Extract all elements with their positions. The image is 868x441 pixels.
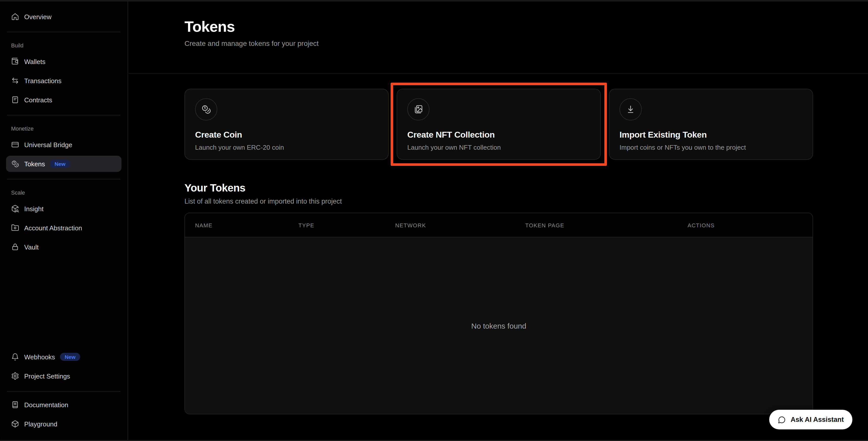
sidebar-item-vault[interactable]: Vault: [6, 239, 122, 255]
page-title: Tokens: [185, 18, 813, 35]
download-icon: [620, 98, 642, 121]
sidebar-item-insight[interactable]: Insight: [6, 200, 122, 217]
sidebar-item-label: Transactions: [24, 77, 62, 85]
coins-icon: [11, 160, 19, 168]
home-icon: [11, 12, 19, 21]
arrows-left-right-icon: [11, 76, 19, 85]
create-nft-card-wrap: Create NFT Collection Launch your own NF…: [397, 89, 601, 160]
sidebar-item-project-settings[interactable]: Project Settings: [6, 368, 122, 384]
card-description: Import coins or NFTs you own to the proj…: [620, 144, 746, 151]
sidebar-item-label: Overview: [24, 13, 52, 21]
token-action-cards: Create Coin Launch your own ERC-20 coin …: [185, 89, 813, 160]
lock-icon: [11, 243, 19, 251]
cube-icon: [11, 420, 19, 428]
wallet-icon: [11, 58, 19, 65]
column-header-token-page: TOKEN PAGE: [525, 222, 687, 228]
sidebar-divider: [7, 179, 121, 180]
main-content: Tokens Create and manage tokens for your…: [128, 1, 868, 440]
sidebar-section-build: Build: [11, 42, 117, 49]
package-search-icon: [11, 204, 19, 213]
column-header-network: NETWORK: [395, 222, 525, 228]
nft-image-icon: [407, 98, 430, 121]
document-icon: [11, 96, 19, 104]
ask-ai-assistant-label: Ask AI Assistant: [790, 416, 844, 423]
sidebar-item-label: Wallets: [24, 58, 45, 65]
sidebar-divider: [7, 32, 121, 32]
import-token-card-wrap: Import Existing Token Import coins or NF…: [609, 89, 813, 160]
card-title: Import Existing Token: [620, 130, 707, 140]
create-coin-card[interactable]: Create Coin Launch your own ERC-20 coin: [185, 89, 389, 160]
sidebar-item-label: Tokens: [24, 160, 45, 167]
sidebar-item-tokens[interactable]: Tokens New: [6, 156, 122, 172]
bell-icon: [11, 353, 19, 361]
ask-ai-assistant-button[interactable]: Ask AI Assistant: [770, 410, 852, 430]
sidebar-item-label: Webhooks: [24, 353, 55, 360]
page-content: Create Coin Launch your own ERC-20 coin …: [128, 73, 868, 414]
column-header-actions: ACTIONS: [687, 222, 812, 228]
sidebar-item-label: Documentation: [24, 401, 68, 409]
sidebar-item-overview[interactable]: Overview: [6, 8, 122, 25]
sidebar-item-wallets[interactable]: Wallets: [6, 54, 122, 69]
sidebar-item-webhooks[interactable]: Webhooks New: [6, 349, 122, 365]
sidebar-item-label: Insight: [24, 205, 43, 213]
new-badge: New: [60, 353, 80, 361]
tokens-table-body: No tokens found: [185, 238, 812, 414]
app-window: Overview Build Wallets Transactions Cont…: [0, 0, 868, 441]
credit-card-icon: [11, 140, 19, 149]
create-nft-collection-card[interactable]: Create NFT Collection Launch your own NF…: [397, 89, 601, 160]
sidebar-divider: [7, 391, 121, 391]
page-header: Tokens Create and manage tokens for your…: [128, 1, 868, 73]
folder-icon: [11, 224, 19, 232]
sidebar-item-label: Universal Bridge: [24, 141, 72, 149]
new-badge: New: [50, 160, 70, 168]
sidebar-item-contracts[interactable]: Contracts: [6, 92, 122, 108]
sidebar-item-label: Playground: [24, 420, 58, 428]
sidebar-item-playground[interactable]: Playground: [6, 416, 122, 432]
sidebar-divider: [7, 115, 121, 116]
sidebar-item-documentation[interactable]: Documentation: [6, 397, 122, 413]
import-existing-token-card[interactable]: Import Existing Token Import coins or NF…: [609, 89, 813, 160]
window-bottom-edge: [0, 440, 868, 441]
empty-state-message: No tokens found: [471, 321, 527, 330]
sidebar-spacer: [6, 258, 122, 349]
tokens-table-header: NAME TYPE NETWORK TOKEN PAGE ACTIONS: [185, 213, 812, 238]
sidebar: Overview Build Wallets Transactions Cont…: [0, 1, 128, 440]
sidebar-section-scale: Scale: [11, 189, 117, 195]
book-icon: [11, 401, 19, 409]
sidebar-section-monetize: Monetize: [11, 126, 117, 131]
sidebar-item-label: Project Settings: [24, 372, 70, 380]
tokens-table: NAME TYPE NETWORK TOKEN PAGE ACTIONS No …: [185, 213, 813, 414]
create-coin-card-wrap: Create Coin Launch your own ERC-20 coin: [185, 89, 389, 160]
sidebar-item-transactions[interactable]: Transactions: [6, 72, 122, 89]
card-title: Create Coin: [195, 130, 242, 140]
page-subtitle: Create and manage tokens for your projec…: [185, 39, 813, 47]
column-header-name: NAME: [195, 222, 299, 228]
sidebar-item-label: Account Abstraction: [24, 224, 82, 231]
card-description: Launch your own ERC-20 coin: [195, 144, 284, 151]
sidebar-item-universal-bridge[interactable]: Universal Bridge: [6, 136, 122, 153]
coins-icon: [195, 98, 217, 121]
card-description: Launch your own NFT collection: [407, 144, 501, 151]
gear-icon: [11, 372, 19, 380]
card-title: Create NFT Collection: [407, 130, 495, 140]
your-tokens-subtitle: List of all tokens created or imported i…: [185, 197, 813, 205]
chat-bubble-icon: [778, 415, 786, 423]
your-tokens-title: Your Tokens: [185, 182, 813, 194]
sidebar-item-account-abstraction[interactable]: Account Abstraction: [6, 220, 122, 236]
column-header-type: TYPE: [299, 222, 395, 228]
sidebar-item-label: Contracts: [24, 96, 52, 103]
sidebar-item-label: Vault: [24, 243, 38, 251]
